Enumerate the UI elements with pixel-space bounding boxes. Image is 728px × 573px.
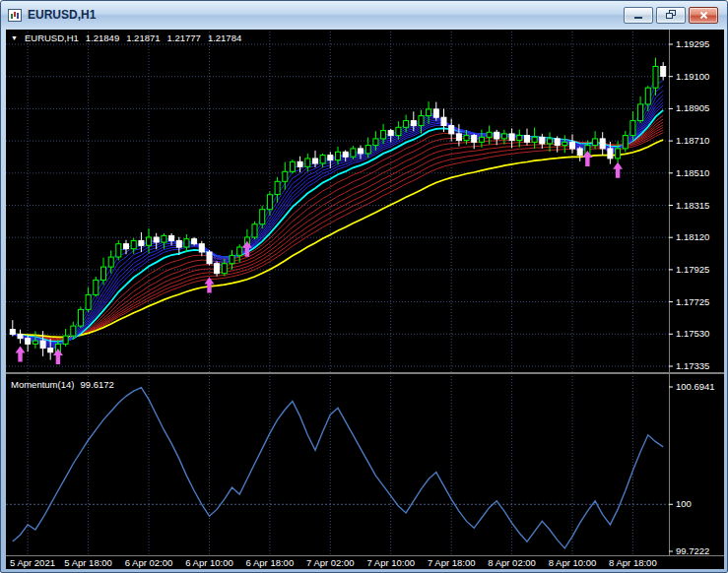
momentum-value: 99.6172 (80, 379, 113, 390)
svg-text:6 Apr 10:00: 6 Apr 10:00 (185, 557, 233, 568)
info-high: 1.21871 (126, 32, 160, 43)
ohlc-info-line: ▼ EURUSD,H1 1.21849 1.21871 1.21777 1.21… (11, 32, 241, 43)
caption-buttons (624, 7, 721, 24)
svg-text:1.17335: 1.17335 (676, 360, 709, 371)
svg-text:1.17925: 1.17925 (676, 264, 709, 275)
svg-text:1.18120: 1.18120 (676, 231, 709, 242)
svg-text:7 Apr 18:00: 7 Apr 18:00 (428, 557, 476, 568)
svg-text:8 Apr 10:00: 8 Apr 10:00 (549, 557, 597, 568)
svg-text:6 Apr 02:00: 6 Apr 02:00 (125, 557, 173, 568)
svg-text:100.6941: 100.6941 (676, 381, 715, 392)
info-low: 1.21777 (167, 32, 201, 43)
svg-text:1.18510: 1.18510 (676, 167, 709, 178)
svg-text:8 Apr 18:00: 8 Apr 18:00 (609, 557, 657, 568)
svg-text:1.18905: 1.18905 (676, 102, 709, 113)
info-close: 1.21784 (208, 32, 241, 43)
mt4-chart-window: EURUSD,H1 1.192951.191001.189051.187101.… (0, 0, 728, 573)
ohlc-marker-icon: ▼ (11, 33, 18, 43)
svg-text:6 Apr 18:00: 6 Apr 18:00 (246, 557, 295, 568)
chart-client-area[interactable]: 1.192951.191001.189051.187101.185101.183… (6, 30, 724, 569)
svg-text:7 Apr 02:00: 7 Apr 02:00 (306, 557, 355, 568)
chart-canvas[interactable]: 1.192951.191001.189051.187101.185101.183… (6, 30, 724, 569)
svg-text:5 Apr 2021: 5 Apr 2021 (10, 557, 55, 568)
svg-text:1.17725: 1.17725 (676, 296, 709, 307)
window-title: EURUSD,H1 (28, 8, 96, 22)
svg-text:5 Apr 18:00: 5 Apr 18:00 (64, 557, 112, 568)
time-axis[interactable]: 5 Apr 20215 Apr 18:006 Apr 02:006 Apr 10… (10, 557, 657, 568)
close-button[interactable] (689, 7, 718, 24)
title-bar[interactable]: EURUSD,H1 (1, 1, 727, 29)
svg-text:99.7222: 99.7222 (676, 545, 709, 556)
momentum-indicator-label: Momentum(14) 99.6172 (11, 379, 114, 390)
svg-text:100: 100 (676, 498, 692, 509)
info-symbol-period: EURUSD,H1 (25, 32, 79, 43)
svg-text:7 Apr 10:00: 7 Apr 10:00 (366, 557, 415, 568)
svg-text:1.17530: 1.17530 (676, 328, 709, 339)
minimize-icon (633, 11, 643, 20)
restore-button[interactable] (656, 7, 686, 24)
svg-text:1.19295: 1.19295 (676, 38, 709, 49)
momentum-name: Momentum(14) (11, 379, 74, 390)
close-icon (699, 11, 708, 20)
minimize-button[interactable] (624, 7, 653, 24)
restore-icon (666, 10, 677, 20)
svg-text:1.19100: 1.19100 (676, 71, 709, 82)
svg-text:8 Apr 02:00: 8 Apr 02:00 (488, 557, 536, 568)
pane-separator[interactable] (6, 372, 724, 374)
info-open: 1.21849 (86, 32, 119, 43)
svg-text:1.18710: 1.18710 (676, 135, 709, 146)
svg-text:1.18315: 1.18315 (676, 200, 709, 211)
chart-icon (7, 8, 22, 22)
